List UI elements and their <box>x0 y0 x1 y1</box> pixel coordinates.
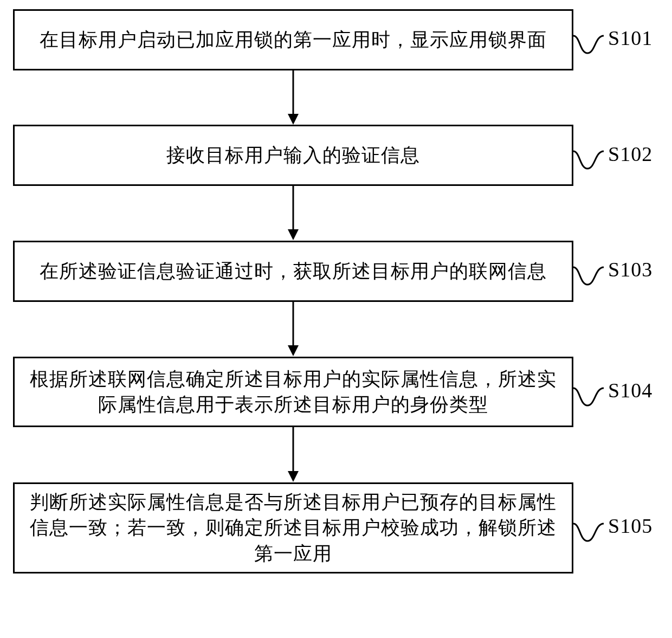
flow-step-label: S101 <box>608 26 652 50</box>
flow-step-box: 判断所述实际属性信息是否与所述目标用户已预存的目标属性信息一致；若一致，则确定所… <box>13 482 573 573</box>
brace-connector <box>573 516 604 547</box>
flow-step-box: 在所述验证信息验证通过时，获取所述目标用户的联网信息 <box>13 241 573 302</box>
flow-step-text: 接收目标用户输入的验证信息 <box>166 143 420 168</box>
flow-arrow <box>286 186 301 240</box>
flow-step-box: 根据所述联网信息确定所述目标用户的实际属性信息，所述实际属性信息用于表示所述目标… <box>13 357 573 427</box>
brace-connector <box>573 260 604 291</box>
flow-step-box: 接收目标用户输入的验证信息 <box>13 125 573 186</box>
flow-step-label: S102 <box>608 142 652 166</box>
svg-marker-3 <box>288 229 299 240</box>
flow-step-label: S103 <box>608 257 652 281</box>
flow-arrow <box>286 70 301 125</box>
brace-connector <box>573 28 604 60</box>
svg-marker-1 <box>288 114 299 125</box>
svg-marker-5 <box>288 345 299 356</box>
svg-marker-7 <box>288 471 299 482</box>
flow-step-text: 判断所述实际属性信息是否与所述目标用户已预存的目标属性信息一致；若一致，则确定所… <box>27 489 560 566</box>
flow-arrow <box>286 427 301 482</box>
brace-connector <box>573 381 604 412</box>
flow-arrow <box>286 302 301 356</box>
flow-step-text: 在所述验证信息验证通过时，获取所述目标用户的联网信息 <box>40 259 547 284</box>
flow-step-text: 根据所述联网信息确定所述目标用户的实际属性信息，所述实际属性信息用于表示所述目标… <box>27 366 560 418</box>
flow-step-label: S104 <box>608 378 652 402</box>
flow-step-text: 在目标用户启动已加应用锁的第一应用时，显示应用锁界面 <box>40 27 547 53</box>
flow-step-box: 在目标用户启动已加应用锁的第一应用时，显示应用锁界面 <box>13 9 573 70</box>
flow-step-label: S105 <box>608 514 652 538</box>
brace-connector <box>573 144 604 175</box>
